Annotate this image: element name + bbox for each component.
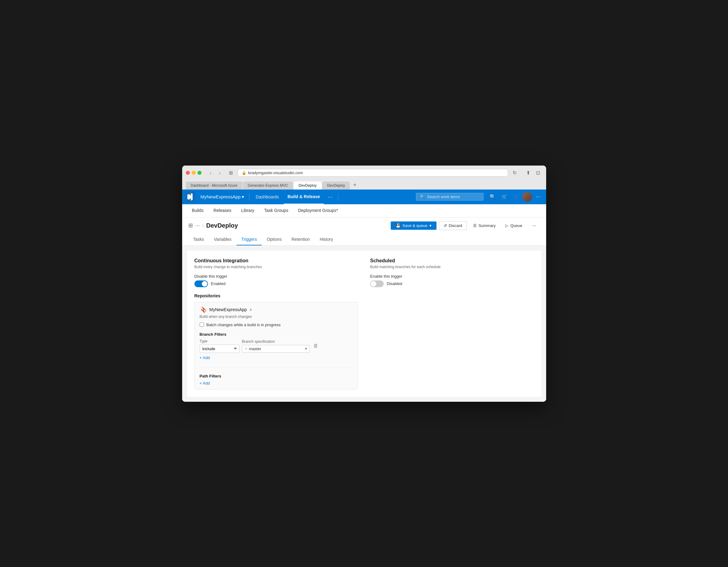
branch-icon: ⑂ — [245, 346, 247, 351]
pipeline-more-icon[interactable]: ··· — [195, 222, 200, 229]
nav-more-button[interactable]: ⋯ — [325, 194, 335, 200]
tab-tasks[interactable]: Tasks — [188, 234, 209, 245]
scheduled-toggle-text: Disabled — [387, 281, 402, 286]
user-avatar[interactable] — [522, 192, 532, 202]
share-button[interactable]: ⬆ — [524, 169, 533, 177]
summary-icon: ☰ — [473, 223, 477, 228]
repo-header: MyNewExpressApp ∧ — [200, 306, 353, 313]
subnav-deployment-groups[interactable]: Deployment Groups* — [293, 204, 343, 217]
back-button[interactable]: ‹ — [206, 169, 215, 177]
ci-toggle-label: Disable this trigger — [194, 274, 358, 279]
branch-spec-input[interactable]: ⑂ master ▾ — [242, 345, 310, 353]
path-filters-section: Path Filters + Add — [200, 367, 353, 385]
new-tab-button[interactable]: + — [350, 181, 359, 190]
more-icon[interactable]: ⋯ — [533, 191, 544, 202]
pipeline-header: ⊞ ··· › DevDeploy 💾 Save & queue ▾ ↺ Dis… — [182, 217, 546, 246]
ci-toggle[interactable] — [194, 280, 208, 287]
save-queue-button[interactable]: 💾 Save & queue ▾ — [391, 221, 436, 230]
tab-dashboard[interactable]: Dashboard - Microsoft Azure — [186, 182, 242, 190]
nav-divider-2 — [338, 193, 338, 201]
minimize-button[interactable] — [192, 171, 196, 175]
repo-name: MyNewExpressApp — [209, 307, 247, 312]
delete-filter-button[interactable]: 🗑 — [312, 342, 319, 350]
scheduled-toggle-row: Disabled — [370, 280, 534, 287]
tab-devdeploy-2[interactable]: DevDeploy — [322, 182, 350, 190]
close-button[interactable] — [186, 171, 190, 175]
fullscreen-button[interactable]: ⊡ — [534, 169, 542, 177]
batch-checkbox-row: Batch changes while a build is in progre… — [200, 323, 353, 327]
search-icon: 🔍 — [420, 194, 425, 199]
address-bar[interactable]: 🔒 bradymgaster.visualstudio.com — [238, 169, 508, 177]
address-text: bradymgaster.visualstudio.com — [248, 170, 303, 175]
type-select[interactable]: Include Exclude — [200, 345, 240, 353]
maximize-button[interactable] — [198, 171, 202, 175]
tab-devdeploy-1[interactable]: DevDeploy — [294, 182, 322, 190]
sub-nav: Builds Releases Library Task Groups Depl… — [182, 204, 546, 217]
scheduled-title: Scheduled — [370, 258, 534, 264]
nav-dashboards[interactable]: Dashboards — [252, 190, 283, 204]
pipeline-more-actions[interactable]: ⋯ — [529, 221, 540, 230]
main-content: Continuous Integration Build every chang… — [187, 251, 541, 397]
search-global-icon[interactable]: 🔍 — [487, 191, 498, 202]
add-path-filter-button[interactable]: + Add — [200, 381, 353, 385]
browser-window: ‹ › ⊞ 🔒 bradymgaster.visualstudio.com ↻ … — [182, 166, 546, 402]
app-logo[interactable] — [185, 191, 196, 202]
tab-generator[interactable]: Generator-Express MVC — [243, 182, 293, 190]
pipeline-grid-icon[interactable]: ⊞ — [188, 222, 193, 229]
nav-divider — [249, 193, 249, 201]
browser-chrome: ‹ › ⊞ 🔒 bradymgaster.visualstudio.com ↻ … — [182, 166, 546, 190]
summary-button[interactable]: ☰ Summary — [469, 221, 499, 230]
queue-button[interactable]: ▷ Queue — [502, 221, 526, 230]
browser-tabs: Dashboard - Microsoft Azure Generator-Ex… — [186, 180, 542, 190]
batch-checkbox[interactable] — [200, 323, 204, 327]
tab-variables[interactable]: Variables — [209, 234, 236, 245]
app-container: MyNewExpressApp ▾ Dashboards Build & Rel… — [182, 190, 546, 402]
forward-button[interactable]: › — [216, 169, 224, 177]
ci-title: Continuous Integration — [194, 258, 358, 264]
ci-toggle-row: Enabled — [194, 280, 358, 287]
scheduled-toggle[interactable] — [370, 280, 384, 287]
discard-button[interactable]: ↺ Discard — [439, 221, 467, 230]
path-filters-title: Path Filters — [200, 374, 353, 378]
filter-row: Type Include Exclude Branch specificatio… — [200, 339, 353, 353]
branch-filters-title: Branch Filters — [200, 332, 353, 337]
type-label: Type — [200, 339, 240, 343]
tab-history[interactable]: History — [315, 234, 338, 245]
traffic-lights — [186, 171, 202, 175]
basket-icon[interactable]: 🛒 — [499, 191, 510, 202]
subnav-releases[interactable]: Releases — [209, 204, 236, 217]
subnav-task-groups[interactable]: Task Groups — [259, 204, 293, 217]
tab-options[interactable]: Options — [262, 234, 286, 245]
repo-item: MyNewExpressApp ∧ Build when any branch … — [194, 302, 358, 389]
repo-subtitle: Build when any branch changes — [200, 315, 353, 319]
scheduled-toggle-label: Enable this trigger — [370, 274, 534, 279]
scheduled-section: Scheduled Build matching branches for ea… — [370, 258, 534, 389]
org-chevron-icon: ▾ — [242, 194, 244, 200]
type-col: Type Include Exclude — [200, 339, 240, 353]
branch-dropdown-icon[interactable]: ▾ — [305, 346, 307, 351]
people-icon[interactable]: 👤 — [511, 191, 522, 202]
branch-value: master — [249, 346, 303, 351]
save-queue-chevron-icon: ▾ — [429, 223, 432, 228]
ci-section: Continuous Integration Build every chang… — [194, 258, 358, 389]
discard-icon: ↺ — [444, 223, 447, 228]
org-name[interactable]: MyNewExpressApp ▾ — [198, 194, 247, 200]
tab-triggers[interactable]: Triggers — [237, 234, 262, 245]
refresh-button[interactable]: ↻ — [511, 169, 519, 177]
queue-icon: ▷ — [505, 223, 508, 228]
add-branch-filter-button[interactable]: + Add — [200, 355, 353, 360]
subnav-library[interactable]: Library — [236, 204, 259, 217]
git-icon — [200, 306, 207, 313]
nav-build-release[interactable]: Build & Release — [284, 190, 324, 204]
repo-chevron-icon[interactable]: ∧ — [249, 307, 252, 312]
tab-retention[interactable]: Retention — [287, 234, 315, 245]
batch-label[interactable]: Batch changes while a build is in progre… — [206, 323, 281, 327]
subnav-builds[interactable]: Builds — [187, 204, 209, 217]
spec-col: Branch specification ⑂ master ▾ — [242, 339, 310, 353]
scheduled-subtitle: Build matching branches for each schedul… — [370, 265, 534, 269]
ci-subtitle: Build every change to matching branches — [194, 265, 358, 269]
pipeline-title: DevDeploy — [206, 222, 238, 229]
sidebar-button[interactable]: ⊞ — [227, 169, 235, 177]
search-placeholder: Search work items — [427, 194, 460, 199]
search-work-items[interactable]: 🔍 Search work items — [416, 193, 483, 201]
